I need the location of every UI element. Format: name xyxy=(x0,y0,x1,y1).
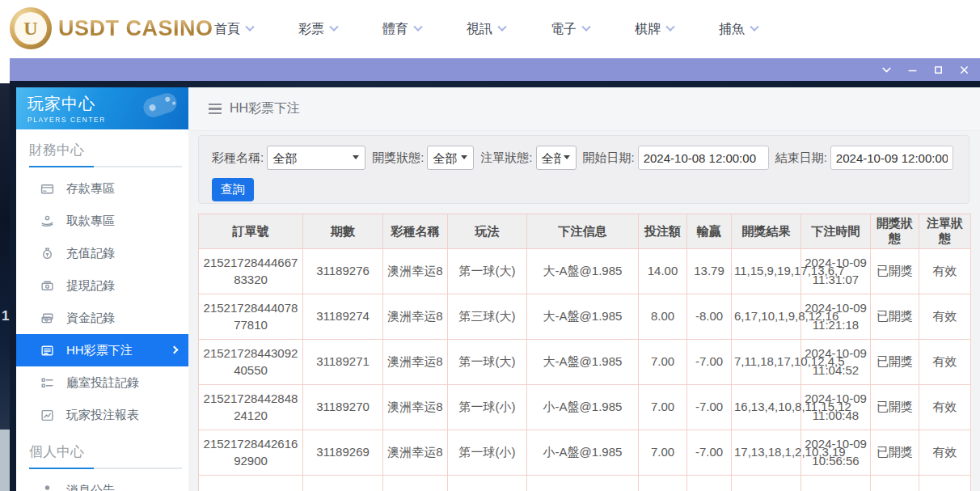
table-row: 215217284430924055031189271澳洲幸运8第一球(大)大-… xyxy=(199,340,971,385)
sidebar-item[interactable]: 存款專區 xyxy=(16,172,188,205)
filter-select[interactable]: 全部 xyxy=(427,146,474,170)
filter-select-wrap: 全部 xyxy=(427,146,474,170)
sidebar-section-label: 個人中心 xyxy=(29,442,188,461)
sidebar-subtitle: PLAYERS CENTER xyxy=(27,116,188,124)
table-cell: 小-A盤@1.985 xyxy=(527,385,639,430)
table-cell: 2152172844261692900 xyxy=(199,430,303,476)
table-cell: 2152172844407877810 xyxy=(199,294,303,340)
nav-item-1[interactable]: 彩票 xyxy=(298,21,337,38)
sidebar-item[interactable]: 消息公告 xyxy=(16,474,188,491)
brand-logo: U USDT CASINO xyxy=(10,7,213,49)
column-header: 期數 xyxy=(303,214,383,249)
filter-label: 結束日期: xyxy=(775,150,827,166)
table-cell: 7,11,18,17,10,12,4,5 xyxy=(732,340,801,385)
funds-record-icon xyxy=(40,311,54,325)
backdrop-strip-bottom xyxy=(0,430,10,491)
filter-select-wrap: 全部 xyxy=(536,146,577,170)
table-cell: 已開獎 xyxy=(871,385,919,430)
table-cell: 大-A盤@1.985 xyxy=(527,294,639,340)
column-header: 注單狀態 xyxy=(919,214,971,249)
filter-label: 彩種名稱: xyxy=(212,150,264,166)
backdrop-digit: 1 xyxy=(2,308,9,324)
filter-select[interactable]: 全部 xyxy=(536,146,577,170)
window-titlebar xyxy=(10,58,980,81)
nav-item-5[interactable]: 棋牌 xyxy=(635,21,674,38)
table-cell: 14.00 xyxy=(639,249,687,294)
table-row: 215217284440787781031189274澳洲幸运8第三球(大)大-… xyxy=(199,294,971,340)
room-bet-record-icon xyxy=(40,376,54,390)
filter-label: 注單狀態: xyxy=(480,150,532,166)
sidebar-menu: 財務中心存款專區取款專區充值記錄提現記錄資金記錄HH彩票下注廳室投註記錄玩家投注… xyxy=(16,141,188,491)
logo-letter: U xyxy=(23,18,37,40)
withdraw-record-icon xyxy=(40,279,54,293)
filter-label: 開始日期: xyxy=(583,150,635,166)
table-row: 215217284426169290031189269澳洲幸运8第一球(小)小-… xyxy=(199,430,971,476)
column-header: 訂單號 xyxy=(199,214,303,249)
minimize-icon[interactable] xyxy=(906,64,919,76)
collapse-icon[interactable] xyxy=(881,64,893,76)
main-nav: 首頁彩票體育視訊電子棋牌捕魚 xyxy=(214,0,758,58)
backdrop-strip: 1 xyxy=(0,83,10,430)
sidebar-item[interactable]: 廳室投註記錄 xyxy=(16,366,188,399)
deposit-card-icon xyxy=(40,182,54,196)
close-icon[interactable] xyxy=(958,64,970,76)
filter-select[interactable]: 全部 xyxy=(267,146,365,170)
section-divider xyxy=(29,468,182,469)
chevron-right-icon xyxy=(171,346,179,354)
maximize-icon[interactable] xyxy=(932,64,944,76)
table-cell: 第一球(小) xyxy=(448,430,527,476)
table-cell: 有效 xyxy=(919,249,971,294)
message-icon xyxy=(40,484,54,491)
column-header: 彩種名稱 xyxy=(383,214,448,249)
table-cell: 11,15,9,19,17,13,6,7 xyxy=(732,249,801,294)
date-input[interactable] xyxy=(830,146,953,170)
filter-panel: 彩種名稱:全部開獎狀態:全部注單狀態:全部開始日期:結束日期: 查詢 xyxy=(198,135,969,204)
table-cell: 有效 xyxy=(919,385,971,430)
table-cell: 7.00 xyxy=(639,340,687,385)
table-cell: 第一球(大) xyxy=(448,340,527,385)
chevron-down-icon xyxy=(497,23,506,32)
column-header: 玩法 xyxy=(448,214,527,249)
table-cell: 已開獎 xyxy=(871,249,919,294)
table-row: 215217284446678332031189276澳洲幸运8第一球(大)大-… xyxy=(199,249,971,294)
column-header: 下注時間 xyxy=(801,214,871,249)
table-cell: 已開獎 xyxy=(871,294,919,340)
recharge-bag-icon xyxy=(40,247,54,260)
chevron-down-icon xyxy=(329,23,338,32)
table-cell: 2152172844309240550 xyxy=(199,340,303,385)
table-cell: 第三球(大) xyxy=(448,294,527,340)
table-row: 215217284428482412031189270澳洲幸运8第一球(小)小-… xyxy=(199,385,971,430)
nav-item-4[interactable]: 電子 xyxy=(551,21,589,38)
main-content: HH彩票下注 彩種名稱:全部開獎狀態:全部注單狀態:全部開始日期:結束日期: 查… xyxy=(188,87,980,491)
sidebar-item[interactable]: 充值記錄 xyxy=(16,237,188,269)
brand-name: USDT CASINO xyxy=(58,16,213,41)
nav-item-6[interactable]: 捕魚 xyxy=(719,21,758,38)
table-cell: 有效 xyxy=(919,340,971,385)
sidebar-item[interactable]: HH彩票下注 xyxy=(16,334,188,366)
table-cell: 已開獎 xyxy=(871,340,919,385)
nav-item-2[interactable]: 體育 xyxy=(382,21,421,38)
sidebar-item[interactable]: 取款專區 xyxy=(16,205,188,237)
date-input[interactable] xyxy=(638,146,769,170)
table-cell: 31189270 xyxy=(303,385,383,430)
sidebar-item[interactable]: 玩家投注報表 xyxy=(16,399,188,431)
sidebar-item[interactable]: 資金記錄 xyxy=(16,302,188,334)
table-cell: 31189271 xyxy=(303,340,383,385)
hamburger-icon[interactable] xyxy=(209,104,222,115)
window-controls xyxy=(881,58,970,81)
sidebar-item[interactable]: 提現記錄 xyxy=(16,269,188,302)
search-button[interactable]: 查詢 xyxy=(212,178,254,201)
nav-item-0[interactable]: 首頁 xyxy=(214,21,253,38)
bets-table-wrap: 訂單號期數彩種名稱玩法下注信息投注額輸贏開獎結果下注時間開獎狀態注單狀態 215… xyxy=(198,214,971,491)
table-cell: 31189274 xyxy=(303,294,383,340)
table-cell: 17,13,18,1,2,10,3,19 xyxy=(732,430,801,476)
table-cell: 小-A盤@1.985 xyxy=(527,430,639,476)
filter-label: 開獎狀態: xyxy=(372,150,424,166)
table-cell: 31189276 xyxy=(303,249,383,294)
column-header: 開獎結果 xyxy=(732,214,801,249)
nav-item-3[interactable]: 視訊 xyxy=(467,21,505,38)
table-cell: 已開獎 xyxy=(871,430,919,476)
table-cell: 澳洲幸运8 xyxy=(383,249,448,294)
table-cell: -7.00 xyxy=(687,385,732,430)
table-cell: 澳洲幸运8 xyxy=(383,340,448,385)
